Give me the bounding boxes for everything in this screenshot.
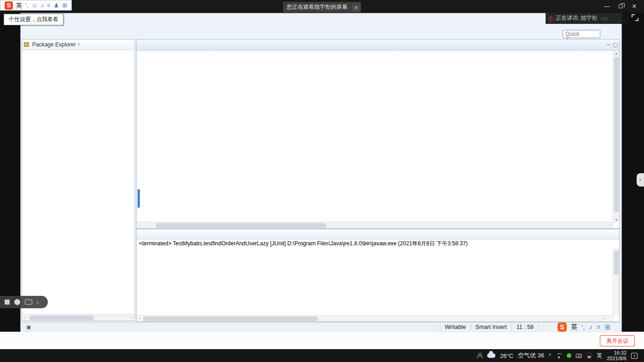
restore-button[interactable]	[614, 3, 627, 10]
scroll-left-icon[interactable]: ‹	[137, 222, 143, 229]
watch-badge-label: 您正在观看陈宇彤的屏幕	[283, 2, 351, 12]
console-hscrollbar[interactable]: ‹ ›	[137, 315, 614, 322]
meeting-watermark-icon: ◆◆	[601, 15, 607, 22]
grid-icon[interactable]	[5, 300, 10, 305]
windows-taskbar: 26°C 空气优 36 ^ 英 16:32 2021/8/6 1 https:/…	[0, 349, 644, 362]
minimize-icon[interactable]: ─	[607, 42, 610, 48]
notification-icon[interactable]: 1	[631, 353, 638, 359]
mic-icon	[549, 16, 552, 21]
leave-meeting-button[interactable]: 离开会议	[600, 335, 635, 346]
scrollbar-thumb[interactable]	[143, 317, 318, 321]
clock[interactable]: 16:32 2021/8/6	[607, 350, 627, 361]
console-output[interactable]	[138, 248, 612, 316]
status-icon: ▣	[26, 324, 31, 330]
package-explorer-title[interactable]: Package Explorer	[32, 41, 76, 48]
insert-mode-status: Smart Insert	[476, 324, 507, 330]
keyboard-icon[interactable]: ⌗	[47, 2, 50, 9]
cursor-position-status: 11 : 58	[517, 324, 534, 330]
maximize-icon[interactable]: ▢	[613, 42, 618, 48]
sidebar-collapse-handle[interactable]: ‹	[637, 173, 644, 187]
time: 16:32	[614, 350, 627, 356]
scroll-left-icon[interactable]: ‹	[137, 316, 143, 322]
camera-tray-icon[interactable]	[576, 354, 582, 358]
close-icon[interactable]: ✕	[77, 42, 81, 47]
scroll-right-icon[interactable]: ›	[601, 316, 607, 322]
scrollbar-thumb[interactable]	[614, 57, 619, 212]
package-explorer-header: Package Explorer ✕	[22, 40, 135, 50]
grid-icon[interactable]: ⊞	[604, 324, 610, 330]
grid-icon[interactable]: ⊞	[62, 2, 67, 9]
scrollbar-thumb[interactable]	[614, 251, 619, 275]
keyboard-icon[interactable]: ⌗	[597, 324, 600, 330]
fuzzy-icon[interactable]: ’,	[25, 2, 29, 9]
minimize-button[interactable]: —	[600, 3, 614, 10]
quick-access-input[interactable]: Quick Access	[563, 30, 600, 38]
meeting-floating-widget[interactable]: ‹	[0, 296, 48, 308]
chevron-left-icon[interactable]: ‹	[37, 299, 39, 305]
person-icon[interactable]: ♟	[54, 2, 59, 9]
editor-area: ─ ▢ ▲ ▼ ‹ ›	[136, 39, 620, 229]
hidden-icons-chevron[interactable]: ^	[549, 353, 551, 358]
scroll-right-icon[interactable]: ›	[128, 315, 135, 321]
console-panel: <terminated> TestMybatis.testfindOrderAn…	[136, 229, 620, 322]
input-lang-indicator[interactable]: 英	[597, 352, 602, 360]
writable-status: Writable	[445, 324, 466, 330]
console-header: <terminated> TestMybatis.testfindOrderAn…	[137, 240, 619, 248]
speaking-label: 正在讲话: 陈宇彤	[556, 14, 598, 22]
weather-temp[interactable]: 26°C	[500, 352, 513, 359]
screen: S 英 ’, ☺ ♪ ⌗ ♟ ⊞ 个性设置，点我看看 您正在观看陈宇彤的屏幕 ≡…	[0, 0, 644, 362]
input-lang-indicator[interactable]: 英	[571, 323, 577, 331]
wifi-icon[interactable]	[556, 353, 562, 358]
wechat-tray-icon[interactable]	[567, 353, 571, 358]
window-controls: — ✕	[600, 0, 641, 12]
meeting-control-bar: 离开会议	[0, 332, 644, 349]
list-icon[interactable]: ≡	[351, 3, 361, 11]
package-explorer-icon	[24, 42, 29, 47]
scrollbar-thumb[interactable]	[29, 316, 94, 320]
face-icon[interactable]: ☺	[32, 2, 38, 9]
sogou-input-bar-bottom[interactable]: S 英 ’, ♪ ⌗ ⊞	[558, 322, 610, 332]
weather-icon[interactable]	[487, 353, 495, 358]
console-vscrollbar[interactable]	[613, 248, 619, 315]
editor-stack-controls: ─ ▢	[607, 42, 618, 48]
sogou-input-bar-top[interactable]: S 英 ’, ☺ ♪ ⌗ ♟ ⊞	[0, 0, 72, 11]
qq-tray-icon[interactable]	[586, 352, 592, 359]
mic-icon[interactable]: ♪	[41, 2, 44, 9]
eclipse-window: Quick Access Package Explorer ✕ ‹ › ─	[20, 13, 622, 332]
close-button[interactable]: ✕	[627, 3, 641, 10]
sogou-logo-icon[interactable]: S	[558, 322, 567, 332]
console-tab-bar	[137, 229, 619, 239]
scroll-right-icon[interactable]: ›	[607, 222, 614, 229]
range-indicator	[138, 189, 140, 208]
code-editor[interactable]	[137, 51, 614, 223]
keyboard-icon[interactable]	[25, 300, 32, 305]
speaking-indicator: 正在讲话: 陈宇彤 ◆◆	[546, 12, 629, 24]
air-quality[interactable]: 空气优 36	[518, 351, 544, 360]
input-lang-indicator[interactable]: 英	[16, 1, 22, 10]
fullscreen-icon[interactable]	[632, 14, 638, 21]
scroll-down-icon[interactable]: ▼	[613, 217, 620, 223]
fuzzy-icon[interactable]: ’,	[581, 324, 585, 330]
package-explorer-panel: Package Explorer ✕ ‹ ›	[22, 39, 135, 321]
system-tray: 26°C 空气优 36 ^ 英 16:32 2021/8/6 1	[477, 349, 638, 362]
editor-hscrollbar[interactable]: ‹ ›	[137, 222, 614, 228]
package-explorer-hscrollbar[interactable]: ‹ ›	[22, 314, 135, 321]
scrollbar-thumb[interactable]	[156, 223, 326, 228]
avatar-icon[interactable]	[14, 299, 20, 305]
scroll-up-icon[interactable]: ▲	[613, 51, 620, 57]
project-tree	[22, 51, 134, 314]
screen-watch-badge: 您正在观看陈宇彤的屏幕 ≡	[283, 2, 361, 12]
mic-icon[interactable]: ♪	[589, 324, 593, 330]
status-bar: ▣ Writable Smart Insert 11 : 58	[21, 322, 621, 332]
sogou-logo-icon[interactable]: S	[5, 1, 13, 10]
date: 2021/8/6	[607, 356, 627, 361]
people-icon[interactable]	[477, 353, 483, 358]
editor-tab-bar	[137, 40, 619, 51]
scroll-left-icon[interactable]: ‹	[22, 315, 29, 321]
editor-vscrollbar[interactable]: ▲ ▼	[613, 51, 619, 223]
sogou-tooltip: 个性设置，点我看看	[4, 14, 63, 25]
